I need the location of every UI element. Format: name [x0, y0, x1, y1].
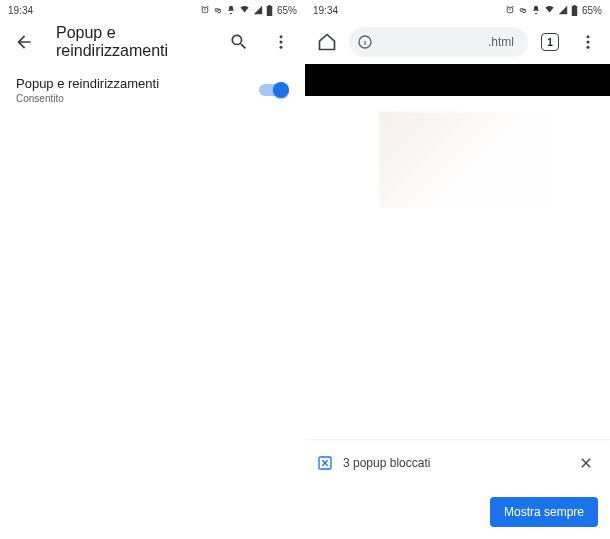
settings-header: Popup e reindirizzamenti [0, 20, 305, 64]
url-bar[interactable]: .html [349, 27, 528, 57]
sheet-close-button[interactable] [574, 451, 598, 475]
svg-point-2 [280, 46, 283, 49]
battery-icon [266, 5, 273, 16]
sheet-message: 3 popup bloccati [343, 456, 564, 470]
alarm-icon [200, 5, 210, 15]
home-button[interactable] [311, 26, 343, 58]
wifi-icon [239, 5, 250, 15]
svg-point-1 [280, 41, 283, 44]
page-content [305, 64, 610, 441]
battery-icon [571, 5, 578, 16]
svg-point-7 [587, 41, 590, 44]
show-always-button[interactable]: Mostra sempre [490, 497, 598, 527]
setting-title: Popup e reindirizzamenti [16, 76, 159, 91]
search-button[interactable] [223, 26, 255, 58]
status-bar: 19:34 65% [305, 0, 610, 20]
wifi-icon [544, 5, 555, 15]
status-bar: 19:34 65% [0, 0, 305, 20]
page-header-bar [305, 64, 610, 96]
back-button[interactable] [8, 26, 40, 58]
setting-text: Popup e reindirizzamenti Consentito [16, 76, 159, 104]
browser-toolbar: .html 1 [305, 20, 610, 64]
status-icons [200, 5, 273, 16]
setting-subtitle: Consentito [16, 93, 159, 104]
toggle-thumb [273, 82, 289, 98]
page-image-placeholder [379, 112, 553, 208]
close-icon [578, 455, 594, 471]
status-right: 65% [200, 5, 297, 16]
status-right: 65% [505, 5, 602, 16]
url-text: .html [379, 35, 520, 49]
sheet-row: 3 popup bloccati [317, 451, 598, 475]
popup-toggle[interactable] [257, 82, 289, 98]
vibrate-icon [226, 5, 236, 15]
alarm-icon [505, 5, 515, 15]
arrow-left-icon [14, 32, 34, 52]
more-vert-icon [579, 33, 597, 51]
tabs-button[interactable]: 1 [534, 26, 566, 58]
svg-point-6 [587, 35, 590, 38]
popup-blocked-sheet: 3 popup bloccati Mostra sempre [305, 441, 610, 539]
browser-more-button[interactable] [572, 26, 604, 58]
browser-screen: 19:34 65% .html [305, 0, 610, 539]
link-icon [518, 5, 528, 15]
battery-text: 65% [582, 5, 602, 16]
svg-point-8 [587, 46, 590, 49]
status-icons [505, 5, 578, 16]
info-icon [357, 34, 373, 50]
status-time: 19:34 [313, 5, 338, 16]
link-icon [213, 5, 223, 15]
signal-icon [558, 5, 568, 15]
svg-point-0 [280, 35, 283, 38]
settings-screen: 19:34 65% Popup e reindirizzamenti [0, 0, 305, 539]
page-title: Popup e reindirizzamenti [50, 24, 213, 60]
home-icon [317, 32, 337, 52]
popup-setting-row[interactable]: Popup e reindirizzamenti Consentito [0, 64, 305, 110]
popup-blocked-icon [317, 455, 333, 471]
battery-text: 65% [277, 5, 297, 16]
search-icon [229, 32, 249, 52]
status-time: 19:34 [8, 5, 33, 16]
tab-count: 1 [541, 33, 559, 51]
vibrate-icon [531, 5, 541, 15]
more-vert-icon [272, 33, 290, 51]
sheet-actions: Mostra sempre [317, 497, 598, 527]
signal-icon [253, 5, 263, 15]
more-button[interactable] [265, 26, 297, 58]
